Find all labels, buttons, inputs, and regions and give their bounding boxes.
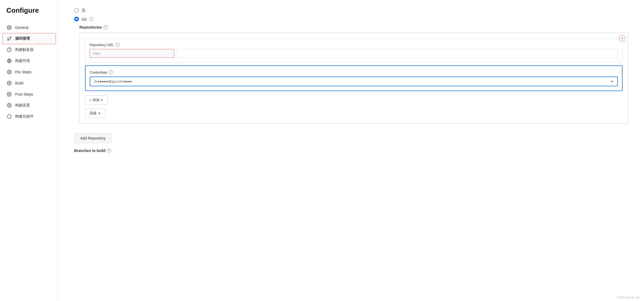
main-content: 无 Git ? Repositories ? Repository URL ? <box>58 0 644 301</box>
repository-url-section: Repository URL ? × <box>85 38 623 62</box>
advanced-chevron-icon: ▼ <box>98 112 101 115</box>
add-repository-button[interactable]: Add Repository <box>74 133 112 143</box>
advanced-label: 高级 <box>90 111 96 116</box>
credentials-label: Credentials ? <box>90 70 618 74</box>
svg-point-8 <box>9 83 10 84</box>
radio-none[interactable]: 无 <box>74 8 628 13</box>
repository-url-label-text: Repository URL <box>90 43 114 47</box>
sidebar-item-build-settings-label: 构建设置 <box>15 103 30 108</box>
svg-point-0 <box>9 27 10 28</box>
sidebar-item-build-trigger-label: 构建触发器 <box>15 47 34 52</box>
svg-point-2 <box>10 37 11 38</box>
sidebar-item-build-settings[interactable]: 构建设置 <box>0 100 58 111</box>
add-credentials-button[interactable]: + 添加 ▼ <box>85 95 108 105</box>
build-icon <box>7 80 12 86</box>
repositories-label-text: Repositories <box>79 25 102 29</box>
git-help-icon[interactable]: ? <box>89 17 93 21</box>
sidebar-item-pre-steps[interactable]: Pre Steps <box>0 66 58 78</box>
repositories-help-icon[interactable]: ? <box>104 25 108 29</box>
add-chevron-icon: ▼ <box>101 99 103 102</box>
add-button-label: 添加 <box>93 98 100 102</box>
repository-url-help-icon[interactable]: ? <box>115 43 120 47</box>
radio-none-circle[interactable] <box>74 8 79 13</box>
gear-icon <box>7 25 12 30</box>
branch-icon <box>7 36 12 41</box>
sidebar-item-post-steps[interactable]: Post Steps <box>0 89 58 100</box>
remove-repository-button[interactable]: × <box>619 35 625 42</box>
repository-url-label: Repository URL ? <box>90 43 618 47</box>
radio-none-label: 无 <box>82 8 86 13</box>
sidebar-item-source-control-label: 源码管理 <box>15 36 30 41</box>
url-input-wrapper <box>90 49 618 58</box>
repository-url-input[interactable] <box>90 49 174 58</box>
add-repository-label: Add Repository <box>80 136 106 140</box>
radio-git-label: Git <box>82 17 87 21</box>
sidebar-item-source-control[interactable]: 源码管理 <box>2 33 56 44</box>
post-build-icon <box>7 114 12 119</box>
branches-help-icon[interactable]: ? <box>107 149 111 153</box>
sidebar-item-build-env-label: 构建环境 <box>15 59 30 63</box>
clock-icon <box>7 47 12 52</box>
watermark: CSDN @yvan_Mr <box>616 296 640 299</box>
build-settings-icon <box>7 103 12 108</box>
sidebar-item-post-steps-label: Post Steps <box>15 92 33 96</box>
radio-git-circle[interactable] <box>74 17 79 21</box>
repositories-section-label: Repositories ? <box>79 25 628 29</box>
sidebar: Configure General 源码管理 <box>0 0 58 301</box>
sidebar-item-build-env[interactable]: 构建环境 <box>0 55 58 66</box>
credentials-select[interactable]: 2c●●●●●@qq.com/●●●● <box>90 77 618 86</box>
page-layout: Configure General 源码管理 <box>0 0 644 301</box>
sidebar-item-build[interactable]: Build <box>0 78 58 89</box>
svg-point-7 <box>9 71 10 73</box>
add-plus-icon: + <box>90 98 92 102</box>
svg-point-9 <box>9 94 10 95</box>
svg-point-3 <box>7 39 9 41</box>
page-title: Configure <box>0 6 58 22</box>
sidebar-item-build-trigger[interactable]: 构建触发器 <box>0 44 58 55</box>
credentials-help-icon[interactable]: ? <box>109 70 113 74</box>
sidebar-item-post-build-label: 构建后操作 <box>15 114 34 119</box>
close-icon: × <box>621 37 623 40</box>
branches-to-build-text: Branches to build <box>74 149 105 153</box>
sidebar-item-build-label: Build <box>15 81 23 85</box>
credentials-label-text: Credentials <box>90 70 107 74</box>
repository-container: Repository URL ? × Credentials ? <box>79 33 628 124</box>
sidebar-item-general[interactable]: General <box>0 22 58 33</box>
branches-to-build-label: Branches to build ? <box>74 149 628 153</box>
globe-icon <box>7 58 12 64</box>
repository-url-input-secondary[interactable] <box>176 49 618 58</box>
advanced-button[interactable]: 高级 ▼ <box>85 109 105 118</box>
sidebar-item-post-build[interactable]: 构建后操作 <box>0 111 58 122</box>
sidebar-item-pre-steps-label: Pre Steps <box>15 70 31 74</box>
post-steps-icon <box>7 92 12 97</box>
sidebar-item-general-label: General <box>15 25 28 30</box>
svg-point-10 <box>9 105 10 106</box>
pre-steps-icon <box>7 69 12 75</box>
credentials-section: Credentials ? 2c●●●●●@qq.com/●●●● <box>85 65 623 91</box>
radio-git[interactable]: Git ? <box>74 17 628 21</box>
